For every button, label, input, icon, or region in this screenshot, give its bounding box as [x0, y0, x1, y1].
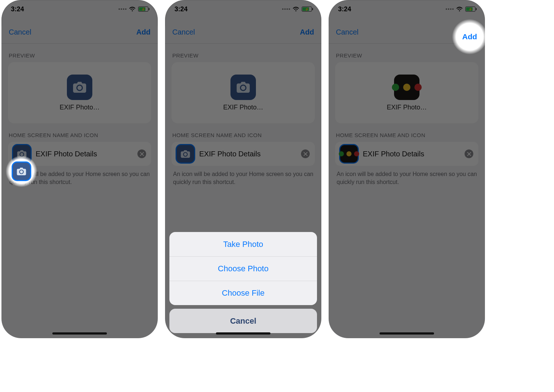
- cellular-dots-icon: [119, 8, 127, 10]
- wifi-icon: [456, 7, 463, 12]
- add-to-home-sheet: Cancel Add PREVIEW EXIF Photo… HOME SCRE…: [329, 21, 485, 338]
- helper-text: An icon will be added to your Home scree…: [1, 166, 158, 186]
- choose-photo-option[interactable]: Choose Photo: [169, 256, 317, 281]
- dot-red-icon: [414, 84, 422, 91]
- cancel-button[interactable]: Cancel: [336, 28, 358, 36]
- preview-app-icon: [394, 75, 419, 100]
- cancel-button[interactable]: Cancel: [172, 28, 195, 36]
- cellular-dots-icon: [282, 8, 290, 10]
- home-indicator[interactable]: [52, 332, 107, 335]
- status-bar: 3:24 ⚡: [1, 0, 158, 18]
- name-and-icon-row: EXIF Photo Details: [172, 142, 315, 166]
- preview-section-label: PREVIEW: [1, 44, 158, 62]
- preview-app-label: EXIF Photo…: [387, 104, 427, 111]
- cellular-dots-icon: [446, 8, 454, 10]
- clear-name-button[interactable]: [465, 149, 473, 158]
- home-indicator[interactable]: [380, 332, 434, 335]
- home-indicator[interactable]: [216, 332, 270, 335]
- shortcut-name-input[interactable]: EXIF Photo Details: [199, 150, 296, 158]
- dot-red-icon: [354, 151, 359, 156]
- preview-section-label: PREVIEW: [165, 44, 321, 62]
- helper-text: An icon will be added to your Home scree…: [329, 166, 485, 186]
- home-name-icon-label: HOME SCREEN NAME AND ICON: [165, 123, 321, 142]
- icon-source-action-sheet: Take Photo Choose Photo Choose File Canc…: [169, 232, 317, 333]
- clear-name-button[interactable]: [137, 149, 146, 158]
- battery-icon: ⚡: [302, 7, 312, 12]
- take-photo-option[interactable]: Take Photo: [169, 232, 317, 256]
- battery-icon: ⚡: [465, 7, 475, 12]
- battery-icon: ⚡: [138, 7, 148, 12]
- dot-yellow-icon: [346, 151, 352, 156]
- home-name-icon-label: HOME SCREEN NAME AND ICON: [329, 123, 485, 142]
- add-button[interactable]: Add: [300, 28, 314, 36]
- status-right: ⚡: [119, 7, 148, 12]
- status-time: 3:24: [11, 5, 24, 13]
- status-bar: 3:24 ⚡: [165, 0, 321, 18]
- wifi-icon: [129, 7, 136, 12]
- preview-app-icon: [230, 75, 256, 100]
- add-button[interactable]: Add: [136, 28, 150, 36]
- sheet-navbar: Cancel Add: [329, 21, 485, 44]
- phone-screenshot-2: 3:24 ⚡ Cancel Add PREVIEW: [165, 0, 321, 338]
- icon-picker-button[interactable]: [13, 145, 31, 163]
- preview-app-label: EXIF Photo…: [60, 104, 100, 111]
- home-name-icon-label: HOME SCREEN NAME AND ICON: [1, 123, 158, 142]
- preview-app-icon: [67, 75, 92, 100]
- action-sheet-options: Take Photo Choose Photo Choose File: [169, 232, 317, 305]
- status-time: 3:24: [338, 5, 351, 13]
- preview-card: EXIF Photo…: [8, 62, 151, 123]
- wifi-icon: [292, 7, 300, 12]
- cancel-button[interactable]: Cancel: [9, 28, 31, 36]
- phone-screenshot-1: 3:24 ⚡ Cancel Add PREVIEW: [1, 0, 158, 338]
- icon-picker-button[interactable]: [177, 145, 194, 163]
- helper-text: An icon will be added to your Home scree…: [165, 166, 321, 186]
- status-time: 3:24: [174, 5, 188, 13]
- tutorial-three-panels: 3:24 ⚡ Cancel Add PREVIEW: [0, 0, 554, 392]
- choose-file-option[interactable]: Choose File: [169, 281, 317, 305]
- clear-name-button[interactable]: [301, 149, 310, 158]
- add-button[interactable]: Add: [463, 28, 478, 36]
- dot-green-icon: [392, 84, 399, 91]
- name-and-icon-row: EXIF Photo Details: [335, 142, 478, 166]
- status-right: ⚡: [446, 7, 475, 12]
- add-to-home-sheet: Cancel Add PREVIEW EXIF Photo… HOME SCRE…: [1, 21, 158, 338]
- preview-card: EXIF Photo…: [172, 62, 315, 123]
- sheet-navbar: Cancel Add: [1, 21, 158, 44]
- status-right: ⚡: [282, 7, 312, 12]
- icon-picker-button[interactable]: [340, 145, 358, 163]
- shortcut-name-input[interactable]: EXIF Photo Details: [36, 150, 132, 158]
- status-bar: 3:24 ⚡: [329, 0, 485, 18]
- preview-app-label: EXIF Photo…: [223, 104, 263, 111]
- action-sheet-cancel-button[interactable]: Cancel: [169, 309, 317, 333]
- shortcut-name-input[interactable]: EXIF Photo Details: [363, 150, 459, 158]
- preview-section-label: PREVIEW: [329, 44, 485, 62]
- sheet-navbar: Cancel Add: [165, 21, 321, 44]
- phone-screenshot-3: 3:24 ⚡ Cancel Add PREVIEW: [329, 0, 485, 338]
- dot-green-icon: [339, 151, 344, 156]
- preview-card: EXIF Photo…: [335, 62, 478, 123]
- name-and-icon-row: EXIF Photo Details: [8, 142, 151, 166]
- dot-yellow-icon: [403, 84, 410, 91]
